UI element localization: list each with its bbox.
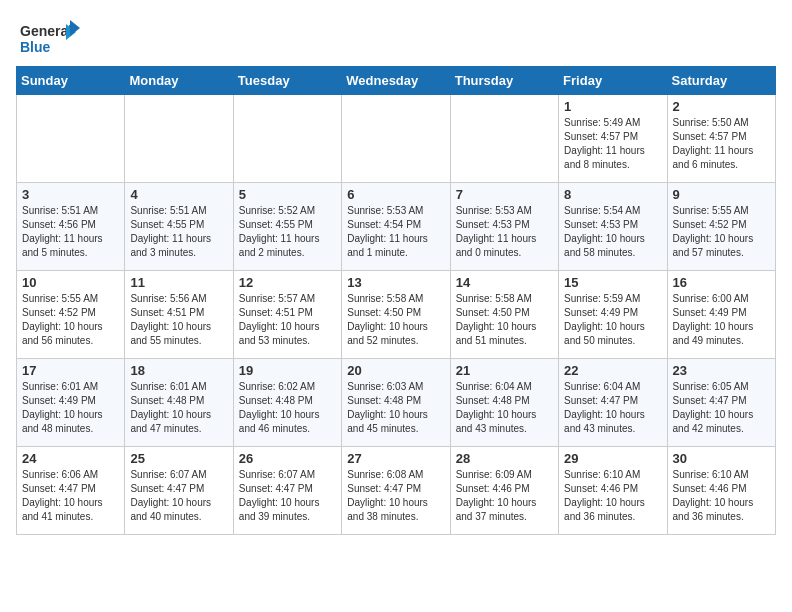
- calendar-day-5: 5Sunrise: 5:52 AM Sunset: 4:55 PM Daylig…: [233, 183, 341, 271]
- calendar-day-23: 23Sunrise: 6:05 AM Sunset: 4:47 PM Dayli…: [667, 359, 775, 447]
- day-number: 14: [456, 275, 553, 290]
- day-info: Sunrise: 6:00 AM Sunset: 4:49 PM Dayligh…: [673, 292, 770, 348]
- calendar-day-25: 25Sunrise: 6:07 AM Sunset: 4:47 PM Dayli…: [125, 447, 233, 535]
- calendar-day-24: 24Sunrise: 6:06 AM Sunset: 4:47 PM Dayli…: [17, 447, 125, 535]
- day-number: 8: [564, 187, 661, 202]
- calendar-day-10: 10Sunrise: 5:55 AM Sunset: 4:52 PM Dayli…: [17, 271, 125, 359]
- calendar-day-15: 15Sunrise: 5:59 AM Sunset: 4:49 PM Dayli…: [559, 271, 667, 359]
- day-info: Sunrise: 5:53 AM Sunset: 4:53 PM Dayligh…: [456, 204, 553, 260]
- day-number: 24: [22, 451, 119, 466]
- calendar-day-29: 29Sunrise: 6:10 AM Sunset: 4:46 PM Dayli…: [559, 447, 667, 535]
- day-number: 6: [347, 187, 444, 202]
- calendar-day-28: 28Sunrise: 6:09 AM Sunset: 4:46 PM Dayli…: [450, 447, 558, 535]
- weekday-header-sunday: Sunday: [17, 67, 125, 95]
- logo: GeneralBlue: [20, 18, 80, 58]
- day-info: Sunrise: 6:04 AM Sunset: 4:48 PM Dayligh…: [456, 380, 553, 436]
- day-number: 2: [673, 99, 770, 114]
- calendar-day-17: 17Sunrise: 6:01 AM Sunset: 4:49 PM Dayli…: [17, 359, 125, 447]
- day-number: 5: [239, 187, 336, 202]
- calendar-day-7: 7Sunrise: 5:53 AM Sunset: 4:53 PM Daylig…: [450, 183, 558, 271]
- calendar-day-9: 9Sunrise: 5:55 AM Sunset: 4:52 PM Daylig…: [667, 183, 775, 271]
- day-number: 7: [456, 187, 553, 202]
- day-number: 25: [130, 451, 227, 466]
- day-info: Sunrise: 6:10 AM Sunset: 4:46 PM Dayligh…: [673, 468, 770, 524]
- day-number: 13: [347, 275, 444, 290]
- calendar-day-26: 26Sunrise: 6:07 AM Sunset: 4:47 PM Dayli…: [233, 447, 341, 535]
- day-info: Sunrise: 5:50 AM Sunset: 4:57 PM Dayligh…: [673, 116, 770, 172]
- svg-marker-3: [70, 20, 80, 36]
- day-number: 1: [564, 99, 661, 114]
- logo-svg: GeneralBlue: [20, 18, 80, 58]
- day-number: 17: [22, 363, 119, 378]
- day-info: Sunrise: 6:04 AM Sunset: 4:47 PM Dayligh…: [564, 380, 661, 436]
- calendar-empty-cell: [125, 95, 233, 183]
- day-number: 20: [347, 363, 444, 378]
- day-number: 21: [456, 363, 553, 378]
- calendar-day-2: 2Sunrise: 5:50 AM Sunset: 4:57 PM Daylig…: [667, 95, 775, 183]
- calendar-day-11: 11Sunrise: 5:56 AM Sunset: 4:51 PM Dayli…: [125, 271, 233, 359]
- day-info: Sunrise: 6:03 AM Sunset: 4:48 PM Dayligh…: [347, 380, 444, 436]
- day-info: Sunrise: 5:51 AM Sunset: 4:56 PM Dayligh…: [22, 204, 119, 260]
- calendar-week-row: 1Sunrise: 5:49 AM Sunset: 4:57 PM Daylig…: [17, 95, 776, 183]
- day-info: Sunrise: 5:59 AM Sunset: 4:49 PM Dayligh…: [564, 292, 661, 348]
- day-number: 27: [347, 451, 444, 466]
- day-info: Sunrise: 6:01 AM Sunset: 4:48 PM Dayligh…: [130, 380, 227, 436]
- calendar-day-3: 3Sunrise: 5:51 AM Sunset: 4:56 PM Daylig…: [17, 183, 125, 271]
- calendar-empty-cell: [450, 95, 558, 183]
- day-number: 15: [564, 275, 661, 290]
- day-info: Sunrise: 5:57 AM Sunset: 4:51 PM Dayligh…: [239, 292, 336, 348]
- calendar-day-20: 20Sunrise: 6:03 AM Sunset: 4:48 PM Dayli…: [342, 359, 450, 447]
- weekday-header-row: SundayMondayTuesdayWednesdayThursdayFrid…: [17, 67, 776, 95]
- day-info: Sunrise: 5:58 AM Sunset: 4:50 PM Dayligh…: [456, 292, 553, 348]
- day-info: Sunrise: 5:56 AM Sunset: 4:51 PM Dayligh…: [130, 292, 227, 348]
- day-info: Sunrise: 5:54 AM Sunset: 4:53 PM Dayligh…: [564, 204, 661, 260]
- day-number: 18: [130, 363, 227, 378]
- day-info: Sunrise: 5:55 AM Sunset: 4:52 PM Dayligh…: [673, 204, 770, 260]
- calendar-week-row: 10Sunrise: 5:55 AM Sunset: 4:52 PM Dayli…: [17, 271, 776, 359]
- calendar-day-16: 16Sunrise: 6:00 AM Sunset: 4:49 PM Dayli…: [667, 271, 775, 359]
- calendar-day-13: 13Sunrise: 5:58 AM Sunset: 4:50 PM Dayli…: [342, 271, 450, 359]
- calendar-empty-cell: [17, 95, 125, 183]
- calendar-week-row: 3Sunrise: 5:51 AM Sunset: 4:56 PM Daylig…: [17, 183, 776, 271]
- day-info: Sunrise: 6:06 AM Sunset: 4:47 PM Dayligh…: [22, 468, 119, 524]
- weekday-header-saturday: Saturday: [667, 67, 775, 95]
- day-number: 9: [673, 187, 770, 202]
- calendar-day-18: 18Sunrise: 6:01 AM Sunset: 4:48 PM Dayli…: [125, 359, 233, 447]
- day-info: Sunrise: 6:07 AM Sunset: 4:47 PM Dayligh…: [130, 468, 227, 524]
- calendar-day-22: 22Sunrise: 6:04 AM Sunset: 4:47 PM Dayli…: [559, 359, 667, 447]
- weekday-header-wednesday: Wednesday: [342, 67, 450, 95]
- calendar-week-row: 17Sunrise: 6:01 AM Sunset: 4:49 PM Dayli…: [17, 359, 776, 447]
- calendar-day-1: 1Sunrise: 5:49 AM Sunset: 4:57 PM Daylig…: [559, 95, 667, 183]
- day-info: Sunrise: 6:07 AM Sunset: 4:47 PM Dayligh…: [239, 468, 336, 524]
- day-info: Sunrise: 5:49 AM Sunset: 4:57 PM Dayligh…: [564, 116, 661, 172]
- calendar-empty-cell: [233, 95, 341, 183]
- calendar-day-21: 21Sunrise: 6:04 AM Sunset: 4:48 PM Dayli…: [450, 359, 558, 447]
- day-info: Sunrise: 6:01 AM Sunset: 4:49 PM Dayligh…: [22, 380, 119, 436]
- header: GeneralBlue: [0, 0, 792, 66]
- calendar-day-19: 19Sunrise: 6:02 AM Sunset: 4:48 PM Dayli…: [233, 359, 341, 447]
- calendar-day-4: 4Sunrise: 5:51 AM Sunset: 4:55 PM Daylig…: [125, 183, 233, 271]
- day-info: Sunrise: 5:53 AM Sunset: 4:54 PM Dayligh…: [347, 204, 444, 260]
- calendar-day-8: 8Sunrise: 5:54 AM Sunset: 4:53 PM Daylig…: [559, 183, 667, 271]
- day-info: Sunrise: 5:51 AM Sunset: 4:55 PM Dayligh…: [130, 204, 227, 260]
- calendar-day-27: 27Sunrise: 6:08 AM Sunset: 4:47 PM Dayli…: [342, 447, 450, 535]
- calendar-day-14: 14Sunrise: 5:58 AM Sunset: 4:50 PM Dayli…: [450, 271, 558, 359]
- calendar-empty-cell: [342, 95, 450, 183]
- svg-text:Blue: Blue: [20, 39, 51, 55]
- weekday-header-tuesday: Tuesday: [233, 67, 341, 95]
- day-info: Sunrise: 6:10 AM Sunset: 4:46 PM Dayligh…: [564, 468, 661, 524]
- day-number: 4: [130, 187, 227, 202]
- day-info: Sunrise: 6:08 AM Sunset: 4:47 PM Dayligh…: [347, 468, 444, 524]
- weekday-header-monday: Monday: [125, 67, 233, 95]
- calendar-week-row: 24Sunrise: 6:06 AM Sunset: 4:47 PM Dayli…: [17, 447, 776, 535]
- day-number: 28: [456, 451, 553, 466]
- day-number: 12: [239, 275, 336, 290]
- day-info: Sunrise: 5:55 AM Sunset: 4:52 PM Dayligh…: [22, 292, 119, 348]
- weekday-header-friday: Friday: [559, 67, 667, 95]
- day-number: 3: [22, 187, 119, 202]
- day-info: Sunrise: 6:09 AM Sunset: 4:46 PM Dayligh…: [456, 468, 553, 524]
- day-info: Sunrise: 5:58 AM Sunset: 4:50 PM Dayligh…: [347, 292, 444, 348]
- day-number: 22: [564, 363, 661, 378]
- calendar-day-6: 6Sunrise: 5:53 AM Sunset: 4:54 PM Daylig…: [342, 183, 450, 271]
- day-number: 16: [673, 275, 770, 290]
